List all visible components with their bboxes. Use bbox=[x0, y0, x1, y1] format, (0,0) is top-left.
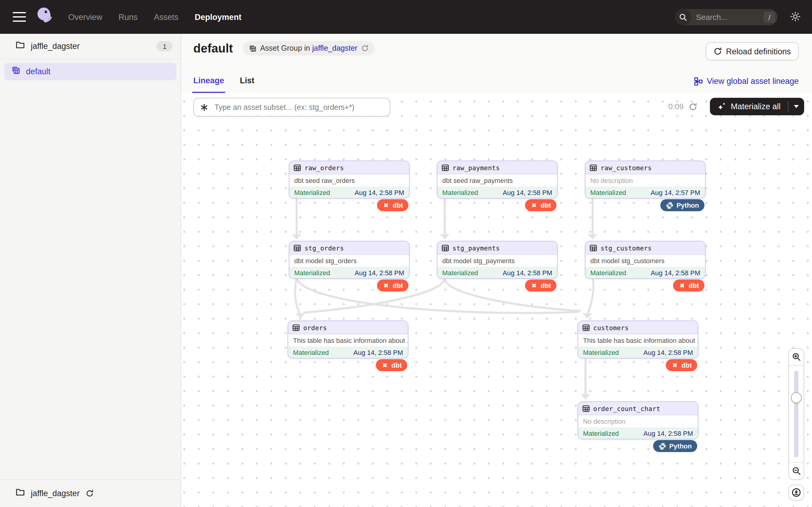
search-shortcut-key: / bbox=[764, 11, 775, 23]
dbt-logo-icon bbox=[383, 282, 390, 289]
python-badge: Python bbox=[660, 199, 704, 211]
asset-description: dbt model stg_payments bbox=[438, 255, 557, 267]
table-icon bbox=[442, 244, 449, 251]
table-icon bbox=[590, 164, 597, 171]
table-icon bbox=[582, 324, 590, 331]
asset-node-order_count_chart[interactable]: order_count_chartNo descriptionMateriali… bbox=[577, 401, 698, 439]
asset-node-raw_customers[interactable]: raw_customersNo descriptionMaterializedA… bbox=[585, 161, 706, 199]
zoom-slider-knob[interactable] bbox=[791, 392, 802, 403]
nav-item-runs[interactable]: Runs bbox=[119, 12, 138, 21]
materialize-dropdown-caret[interactable] bbox=[789, 98, 804, 115]
sparkle-icon bbox=[717, 102, 726, 111]
asset-status: Materialized bbox=[590, 269, 626, 276]
edge-arrowhead bbox=[580, 394, 590, 400]
tab-bar: Lineage List bbox=[193, 76, 254, 93]
dbt-badge: dbt bbox=[525, 199, 556, 211]
sidebar-item-default[interactable]: default bbox=[4, 63, 176, 80]
dbt-badge: dbt bbox=[376, 359, 407, 371]
refresh-icon[interactable] bbox=[86, 490, 94, 497]
asset-description: No description bbox=[578, 415, 698, 427]
zoom-out-button[interactable] bbox=[789, 462, 804, 479]
asset-description: dbt seed raw_payments bbox=[438, 174, 557, 186]
edge-arrowhead bbox=[582, 313, 592, 319]
tab-list[interactable]: List bbox=[240, 76, 254, 93]
asset-node-stg_orders[interactable]: stg_ordersdbt model stg_ordersMaterializ… bbox=[289, 241, 410, 279]
dbt-badge: dbt bbox=[525, 279, 556, 291]
asset-timestamp: Aug 14, 2:57 PM bbox=[651, 188, 700, 196]
asset-group-link[interactable]: jaffle_dagster bbox=[312, 44, 357, 53]
asset-name: raw_orders bbox=[305, 164, 344, 171]
dbt-logo-icon bbox=[678, 282, 686, 289]
python-logo-icon bbox=[665, 201, 673, 209]
asset-node-stg_payments[interactable]: stg_paymentsdbt model stg_paymentsMateri… bbox=[437, 241, 558, 279]
asset-node-customers[interactable]: customersThis table has basic informatio… bbox=[577, 321, 698, 358]
table-icon bbox=[582, 405, 590, 412]
dbt-badge: dbt bbox=[377, 199, 408, 211]
tab-lineage[interactable]: Lineage bbox=[193, 76, 224, 93]
sidebar-count-badge: 1 bbox=[156, 41, 173, 51]
search-placeholder: Search... bbox=[696, 13, 727, 22]
table-icon bbox=[292, 324, 300, 331]
dbt-badge: dbt bbox=[673, 279, 704, 291]
asset-node-orders[interactable]: ordersThis table has basic information a… bbox=[288, 321, 408, 358]
edge-arrowhead bbox=[295, 313, 305, 319]
sidebar-project-label: jaffle_dagster bbox=[31, 42, 156, 51]
sidebar-footer-label: jaffle_dagster bbox=[31, 489, 80, 498]
lineage-graph-pane[interactable]: raw_ordersdbt seed raw_ordersMaterialize… bbox=[181, 93, 812, 507]
table-icon bbox=[442, 164, 449, 171]
asset-description: dbt model stg_orders bbox=[289, 255, 409, 267]
asset-timestamp: Aug 14, 2:58 PM bbox=[353, 349, 403, 356]
asset-group-icon bbox=[11, 66, 20, 77]
asset-node-stg_customers[interactable]: stg_customersdbt model stg_customersMate… bbox=[585, 241, 706, 279]
nav-item-assets[interactable]: Assets bbox=[154, 12, 179, 21]
asset-status: Materialized bbox=[590, 188, 626, 196]
settings-gear-icon[interactable] bbox=[790, 11, 801, 25]
asset-subset-icon bbox=[200, 103, 208, 111]
asset-status: Materialized bbox=[442, 269, 478, 276]
lineage-edges bbox=[181, 93, 812, 507]
asset-timestamp: Aug 14, 2:58 PM bbox=[355, 188, 404, 196]
sidebar-item-jaffle-dagster[interactable]: jaffle_dagster 1 bbox=[0, 34, 181, 59]
asset-status: Materialized bbox=[583, 349, 619, 356]
lineage-icon bbox=[694, 77, 703, 86]
nav-item-deployment[interactable]: Deployment bbox=[195, 12, 242, 21]
download-image-button[interactable] bbox=[789, 485, 804, 500]
asset-subset-input[interactable] bbox=[213, 102, 390, 112]
asset-timestamp: Aug 14, 2:58 PM bbox=[644, 349, 693, 356]
global-search-input[interactable]: Search... / bbox=[675, 9, 777, 25]
folder-icon bbox=[16, 488, 25, 499]
refresh-icon[interactable] bbox=[689, 102, 698, 111]
zoom-slider-track[interactable] bbox=[794, 371, 798, 457]
refresh-timer: 0:09 bbox=[668, 102, 683, 111]
asset-timestamp: Aug 14, 2:58 PM bbox=[503, 188, 552, 196]
asset-node-raw_orders[interactable]: raw_ordersdbt seed raw_ordersMaterialize… bbox=[289, 161, 410, 199]
refresh-icon bbox=[713, 47, 722, 56]
nav-item-overview[interactable]: Overview bbox=[68, 12, 102, 21]
zoom-slider[interactable] bbox=[789, 366, 804, 462]
zoom-in-button[interactable] bbox=[789, 349, 804, 366]
asset-status: Materialized bbox=[583, 430, 619, 437]
asset-status: Materialized bbox=[294, 188, 330, 196]
dagster-app: Overview Runs Assets Deployment Search..… bbox=[0, 0, 812, 507]
view-global-asset-lineage-link[interactable]: View global asset lineage bbox=[694, 77, 799, 86]
dagster-logo-icon[interactable] bbox=[35, 6, 54, 28]
materialize-all-button[interactable]: Materialize all bbox=[710, 98, 804, 115]
edge-arrowhead bbox=[440, 234, 450, 240]
sidebar: jaffle_dagster 1 default jaffle_dagster bbox=[0, 34, 181, 507]
edge-stg_payments-to-customers bbox=[445, 278, 580, 311]
top-nav-bar: Overview Runs Assets Deployment Search..… bbox=[0, 0, 812, 34]
reload-definitions-button[interactable]: Reload definitions bbox=[705, 42, 799, 60]
folder-icon bbox=[16, 41, 25, 52]
refresh-icon[interactable] bbox=[361, 45, 368, 52]
nav-links: Overview Runs Assets Deployment bbox=[68, 12, 241, 21]
asset-group-icon bbox=[249, 44, 256, 52]
asset-name: raw_customers bbox=[601, 164, 652, 171]
asset-subset-filter bbox=[193, 98, 390, 116]
asset-name: orders bbox=[303, 324, 327, 331]
edge-arrowhead bbox=[588, 234, 598, 240]
hamburger-menu-icon[interactable] bbox=[13, 12, 26, 22]
asset-timestamp: Aug 14, 2:58 PM bbox=[355, 269, 404, 276]
asset-node-raw_payments[interactable]: raw_paymentsdbt seed raw_paymentsMateria… bbox=[437, 161, 558, 199]
asset-description: No description bbox=[586, 174, 705, 186]
page-title: default bbox=[193, 41, 233, 55]
